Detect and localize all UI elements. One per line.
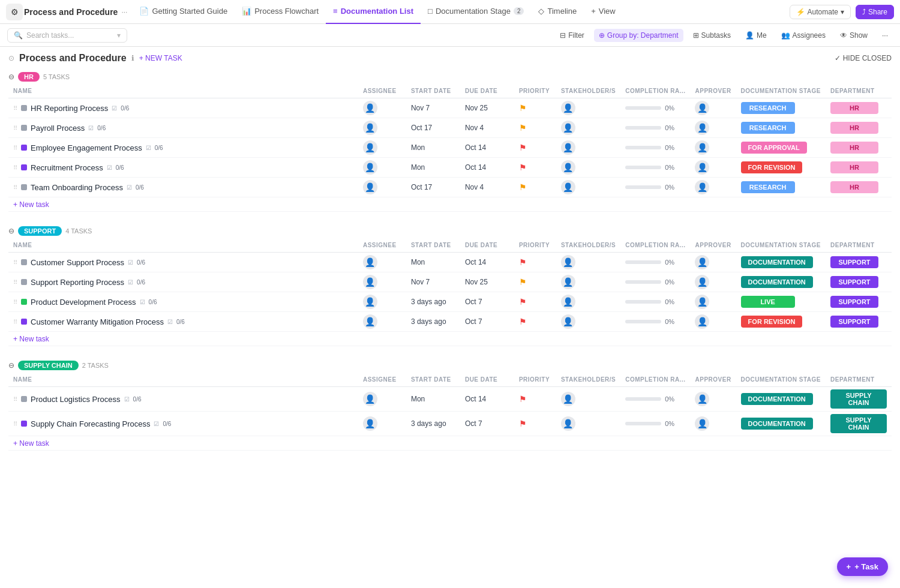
dept-cell[interactable]: HR: [826, 178, 892, 197]
dept-cell[interactable]: HR: [826, 98, 892, 118]
drag-handle[interactable]: ⠿: [13, 279, 17, 286]
share-button[interactable]: ⤴ Share: [856, 5, 894, 19]
tab-timeline[interactable]: ◇ Timeline: [531, 0, 584, 24]
task-name[interactable]: HR Reporting Process: [31, 104, 108, 113]
task-name[interactable]: Product Logistics Process: [31, 395, 121, 404]
dept-pill[interactable]: SUPPORT: [830, 276, 878, 288]
table-row: ⠿ Payroll Process ☑ 0/6 👤 Oct 17 Nov 4 ⚑…: [8, 118, 892, 138]
collapse-supply-button[interactable]: ⊖: [8, 361, 14, 370]
task-name[interactable]: Team Onboarding Process: [31, 183, 123, 192]
new-task-link[interactable]: + New task: [13, 439, 49, 448]
task-name[interactable]: Supply Chain Forecasting Process: [31, 419, 150, 428]
tab-process-flowchart[interactable]: 📊 Process Flowchart: [235, 0, 326, 24]
stage-pill[interactable]: LIVE: [741, 296, 795, 308]
task-name[interactable]: Product Development Process: [31, 298, 136, 307]
stage-pill[interactable]: FOR REVISION: [741, 316, 803, 328]
drag-handle[interactable]: ⠿: [13, 145, 17, 151]
stage-cell[interactable]: FOR APPROVAL: [736, 138, 826, 158]
new-task-link[interactable]: + NEW TASK: [139, 54, 182, 62]
nav-more-button[interactable]: ···: [121, 8, 127, 16]
stage-pill[interactable]: FOR REVISION: [741, 161, 803, 173]
stage-pill[interactable]: DOCUMENTATION: [741, 418, 813, 430]
stage-pill[interactable]: DOCUMENTATION: [741, 256, 813, 268]
stage-cell[interactable]: DOCUMENTATION: [736, 253, 826, 272]
subtasks-button[interactable]: ⊞ Subtasks: [688, 29, 736, 42]
table-row: ⠿ HR Reporting Process ☑ 0/6 👤 Nov 7 Nov…: [8, 98, 892, 118]
stage-cell[interactable]: RESEARCH: [736, 98, 826, 118]
dept-cell[interactable]: SUPPORT: [826, 292, 892, 312]
stage-cell[interactable]: FOR REVISION: [736, 158, 826, 178]
automate-button[interactable]: ⚡ Automate ▾: [790, 5, 851, 19]
drag-handle[interactable]: ⠿: [13, 396, 17, 403]
collapse-support-button[interactable]: ⊖: [8, 227, 14, 235]
dept-cell[interactable]: HR: [826, 138, 892, 158]
search-box[interactable]: 🔍 Search tasks... ▾: [7, 28, 127, 43]
dept-pill[interactable]: SUPPLY CHAIN: [830, 389, 887, 409]
stage-cell[interactable]: RESEARCH: [736, 118, 826, 138]
me-button[interactable]: 👤 Me: [740, 29, 772, 42]
dept-pill[interactable]: SUPPORT: [830, 316, 878, 328]
new-task-link[interactable]: + New task: [13, 335, 49, 343]
task-name-cell: ⠿ Recruitment Process ☑ 0/6: [8, 158, 358, 178]
tab-view[interactable]: + View: [584, 0, 623, 24]
dept-cell[interactable]: HR: [826, 118, 892, 138]
task-name[interactable]: Customer Support Process: [31, 258, 124, 267]
task-name[interactable]: Support Reporting Process: [31, 278, 124, 287]
show-button[interactable]: 👁 Show: [835, 29, 872, 42]
stage-pill[interactable]: FOR APPROVAL: [741, 142, 807, 154]
info-icon[interactable]: ℹ: [131, 54, 134, 62]
task-name[interactable]: Customer Warranty Mitigation Process: [31, 317, 164, 326]
stakeholder-cell: 👤: [556, 292, 620, 312]
dept-pill[interactable]: HR: [830, 122, 878, 134]
hide-closed-button[interactable]: ✓ HIDE CLOSED: [835, 54, 892, 62]
stage-pill[interactable]: RESEARCH: [741, 102, 795, 114]
drag-handle[interactable]: ⠿: [13, 184, 17, 191]
task-name[interactable]: Payroll Process: [31, 124, 85, 133]
priority-cell: ⚑: [514, 412, 556, 436]
dept-pill[interactable]: HR: [830, 161, 878, 173]
drag-handle[interactable]: ⠿: [13, 125, 17, 131]
task-name[interactable]: Employee Engagement Process: [31, 143, 142, 152]
stage-pill[interactable]: DOCUMENTATION: [741, 393, 813, 405]
collapse-hr-button[interactable]: ⊖: [8, 73, 14, 81]
dept-cell[interactable]: SUPPORT: [826, 272, 892, 292]
stage-cell[interactable]: LIVE: [736, 292, 826, 312]
dept-cell[interactable]: SUPPORT: [826, 312, 892, 332]
filter-button[interactable]: ⊟ Filter: [555, 29, 589, 42]
dept-pill[interactable]: HR: [830, 142, 878, 154]
new-task-row: + New task: [8, 332, 892, 346]
tab-documentation-list[interactable]: ≡ Documentation List: [326, 0, 421, 24]
collapse-icon[interactable]: ⊙: [8, 54, 14, 62]
stage-pill[interactable]: RESEARCH: [741, 181, 795, 193]
stage-cell[interactable]: FOR REVISION: [736, 312, 826, 332]
group-by-button[interactable]: ⊕ Group by: Department: [594, 29, 683, 42]
dept-cell[interactable]: HR: [826, 158, 892, 178]
dept-pill[interactable]: SUPPLY CHAIN: [830, 414, 887, 433]
dept-cell[interactable]: SUPPLY CHAIN: [826, 412, 892, 436]
drag-handle[interactable]: ⠿: [13, 421, 17, 427]
dept-pill[interactable]: SUPPORT: [830, 256, 878, 268]
dept-pill[interactable]: HR: [830, 181, 878, 193]
tab-getting-started[interactable]: 📄 Getting Started Guide: [132, 0, 235, 24]
add-task-fab[interactable]: + + Task: [837, 557, 888, 576]
drag-handle[interactable]: ⠿: [13, 259, 17, 266]
task-name[interactable]: Recruitment Process: [31, 163, 103, 172]
drag-handle[interactable]: ⠿: [13, 105, 17, 112]
dept-cell[interactable]: SUPPORT: [826, 253, 892, 272]
dept-cell[interactable]: SUPPLY CHAIN: [826, 387, 892, 412]
dept-pill[interactable]: SUPPORT: [830, 296, 878, 308]
stage-cell[interactable]: DOCUMENTATION: [736, 387, 826, 412]
stage-cell[interactable]: RESEARCH: [736, 178, 826, 197]
more-options-button[interactable]: ···: [877, 29, 893, 42]
stage-cell[interactable]: DOCUMENTATION: [736, 412, 826, 436]
stage-cell[interactable]: DOCUMENTATION: [736, 272, 826, 292]
drag-handle[interactable]: ⠿: [13, 164, 17, 171]
assignees-button[interactable]: 👥 Assignees: [776, 29, 830, 42]
drag-handle[interactable]: ⠿: [13, 299, 17, 305]
tab-documentation-stage[interactable]: □ Documentation Stage 2: [421, 0, 531, 24]
stage-pill[interactable]: DOCUMENTATION: [741, 276, 813, 288]
drag-handle[interactable]: ⠿: [13, 319, 17, 325]
dept-pill[interactable]: HR: [830, 102, 878, 114]
new-task-link[interactable]: + New task: [13, 200, 49, 209]
stage-pill[interactable]: RESEARCH: [741, 122, 795, 134]
